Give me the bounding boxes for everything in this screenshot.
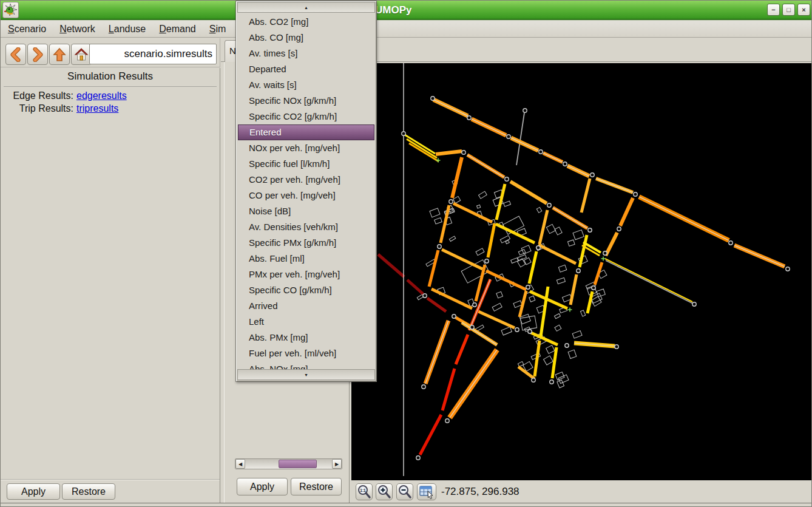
minimize-button[interactable]: − <box>767 4 780 16</box>
home-button[interactable] <box>71 44 92 65</box>
menu-scenario[interactable]: Scenario <box>2 22 52 36</box>
dropdown-scroll-down[interactable]: ▼ <box>237 369 375 380</box>
menu-sim[interactable]: Sim <box>203 22 232 36</box>
dropdown-item[interactable]: CO per veh. [mg/veh] <box>237 188 375 203</box>
map-canvas[interactable] <box>351 63 811 480</box>
dropdown-item[interactable]: Av. Densities [veh/km] <box>237 219 375 235</box>
zoom-in-button[interactable] <box>376 483 393 500</box>
dropdown-item[interactable]: Entered <box>238 124 374 140</box>
app-icon <box>2 2 19 18</box>
dropdown-item[interactable]: Fuel per veh. [ml/veh] <box>237 345 375 361</box>
scrollbar-thumb[interactable] <box>279 460 317 468</box>
back-arrow-icon <box>9 47 22 62</box>
cursor-coordinates: -72.875, 296.938 <box>441 486 519 498</box>
table-cursor-icon <box>419 485 435 499</box>
dropdown-item[interactable]: Arrived <box>237 298 375 314</box>
dropdown-item[interactable]: Specific NOx [g/km/h] <box>237 93 375 109</box>
panel-title: Simulation Results <box>1 68 220 83</box>
scroll-right-icon: ▶ <box>335 461 339 467</box>
result-label: Edge Results: <box>1 90 73 101</box>
restore-button[interactable]: Restore <box>62 483 115 500</box>
dropdown-item[interactable]: Abs. CO [mg] <box>237 30 375 46</box>
forward-button[interactable] <box>27 44 48 65</box>
zoom-fit-icon: 1:1 <box>357 485 371 499</box>
path-field[interactable]: scenario.simresults <box>89 44 217 64</box>
dropdown-scroll-up[interactable]: ▲ <box>237 2 375 13</box>
navigation-toolbar: scenario.simresults <box>1 38 220 67</box>
zoom-out-icon <box>398 485 412 499</box>
scroll-left-icon: ◀ <box>239 461 242 467</box>
scroll-down-icon: ▼ <box>304 373 308 377</box>
panel-divider <box>1 479 220 480</box>
zoom-in-icon <box>377 485 391 499</box>
title-rule <box>4 86 217 87</box>
map-roads <box>378 100 785 455</box>
dropdown-item[interactable]: NOx per veh. [mg/veh] <box>237 140 375 156</box>
window-bottom-edge <box>1 503 812 506</box>
result-link[interactable]: edgeresults <box>76 90 127 101</box>
menu-demand[interactable]: Demand <box>153 22 201 36</box>
dropdown-item[interactable]: Specific PMx [g/km/h] <box>237 235 375 251</box>
dropdown-item[interactable]: Abs. CO2 [mg] <box>237 14 375 30</box>
zoom-out-button[interactable] <box>396 483 413 500</box>
dropdown-item[interactable]: PMx per veh. [mg/veh] <box>237 267 375 282</box>
dropdown-item[interactable]: Departed <box>237 61 375 77</box>
dropdown-item[interactable]: Specific CO2 [g/km/h] <box>237 109 375 124</box>
apply-button[interactable]: Apply <box>7 483 60 500</box>
maximize-button[interactable]: □ <box>782 4 795 16</box>
horizontal-scrollbar[interactable]: ◀ ▶ <box>235 458 342 469</box>
sumopy-window: { "window": { "title_visible": "UMOPy", … <box>0 0 812 507</box>
title-bar[interactable]: UMOPy − □ × <box>1 1 812 20</box>
dropdown-item[interactable]: Av. waits [s] <box>237 77 375 93</box>
scroll-right-arrow[interactable]: ▶ <box>332 459 342 469</box>
menu-network[interactable]: Network <box>53 22 101 36</box>
close-button[interactable]: × <box>797 4 810 16</box>
dropdown-item[interactable]: Noise [dB] <box>237 203 375 219</box>
dropdown-item[interactable]: Abs. PMx [mg] <box>237 330 375 345</box>
result-row: Edge Results:edgeresults <box>1 90 220 101</box>
simulation-results-panel: Simulation Results Edge Results:edgeresu… <box>1 68 220 504</box>
dropdown-item[interactable]: CO2 per veh. [mg/veh] <box>237 172 375 188</box>
maximize-icon: □ <box>787 7 791 13</box>
up-arrow-icon <box>52 47 67 62</box>
window-title: UMOPy <box>375 4 411 16</box>
result-link[interactable]: tripresults <box>76 103 118 114</box>
back-button[interactable] <box>5 44 26 65</box>
minimize-icon: − <box>771 7 775 13</box>
dropdown-item[interactable]: Specific fuel [l/km/h] <box>237 156 375 172</box>
scroll-left-arrow[interactable]: ◀ <box>235 459 245 469</box>
up-button[interactable] <box>49 44 70 65</box>
edit-table-button[interactable] <box>417 483 436 500</box>
zoom-reset-label: 1:1 <box>360 488 366 492</box>
close-icon: × <box>802 7 805 13</box>
sumopy-logo-icon <box>4 4 17 16</box>
map-toolbar: 1:1 -72.875, 296.938 <box>350 480 812 504</box>
attribute-dropdown-popup: ▲ Abs. CO2 [mg]Abs. CO [mg]Av. times [s]… <box>235 1 377 382</box>
restore-button-middle[interactable]: Restore <box>291 478 342 495</box>
dropdown-item[interactable]: Av. times [s] <box>237 46 375 61</box>
zoom-fit-button[interactable]: 1:1 <box>356 483 373 500</box>
forward-arrow-icon <box>31 47 44 62</box>
dropdown-item[interactable]: Specific CO [g/km/h] <box>237 282 375 298</box>
dropdown-item[interactable]: Left <box>237 314 375 330</box>
home-icon <box>74 47 89 62</box>
menu-landuse[interactable]: Landuse <box>103 22 152 36</box>
result-row: Trip Results:tripresults <box>1 103 220 114</box>
network-map <box>351 63 811 480</box>
map-content <box>378 63 790 476</box>
menu-bar: ScenarioNetworkLanduseDemandSim <box>1 21 812 38</box>
scroll-up-icon: ▲ <box>304 5 308 10</box>
dropdown-item-list: Abs. CO2 [mg]Abs. CO [mg]Av. times [s]De… <box>237 14 375 369</box>
dropdown-item[interactable]: Abs. NOx [mg] <box>237 361 375 369</box>
result-label: Trip Results: <box>1 103 73 114</box>
dropdown-item[interactable]: Abs. Fuel [ml] <box>237 251 375 267</box>
apply-button-middle[interactable]: Apply <box>237 478 288 495</box>
results-rows: Edge Results:edgeresultsTrip Results:tri… <box>1 90 220 114</box>
